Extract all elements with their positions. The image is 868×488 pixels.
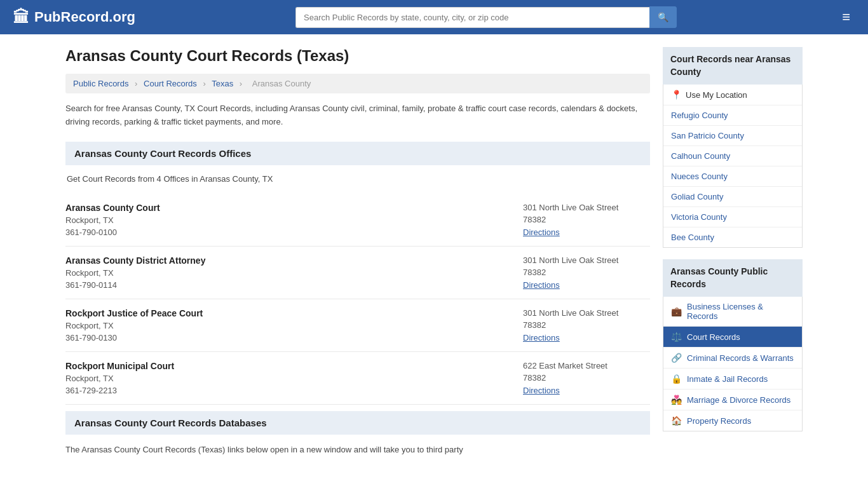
- office-zip: 78382: [523, 320, 650, 330]
- public-record-item[interactable]: ⚖️Court Records: [663, 327, 802, 348]
- office-address: 301 North Live Oak Street: [523, 203, 650, 212]
- office-address: 301 North Live Oak Street: [523, 308, 650, 318]
- office-info: Rockport Municipal Court Rockport, TX 36…: [65, 361, 174, 395]
- public-record-item[interactable]: 🏠Property Records: [663, 410, 802, 431]
- breadcrumb-sep-2: ›: [203, 79, 205, 88]
- nearby-county-item[interactable]: Calhoun County: [663, 146, 802, 166]
- location-icon: 📍: [671, 90, 682, 100]
- offices-list: Aransas County Court Rockport, TX 361-79…: [65, 194, 650, 405]
- nearby-county-item[interactable]: Victoria County: [663, 207, 802, 227]
- databases-section: Aransas County Court Records Databases T…: [65, 411, 650, 457]
- office-address: 301 North Live Oak Street: [523, 255, 650, 265]
- office-entry: Aransas County Court Rockport, TX 361-79…: [65, 194, 650, 247]
- logo-text: PubRecord.org: [34, 9, 135, 25]
- breadcrumb-sep-1: ›: [135, 79, 137, 88]
- breadcrumb: Public Records › Court Records › Texas ›…: [65, 74, 650, 93]
- office-name: Aransas County District Attorney: [65, 255, 205, 266]
- record-icon: 💼: [671, 306, 682, 316]
- search-input[interactable]: [295, 7, 649, 28]
- record-icon: 🏠: [671, 416, 682, 426]
- office-info: Aransas County District Attorney Rockpor…: [65, 255, 205, 290]
- office-entry: Rockport Municipal Court Rockport, TX 36…: [65, 352, 650, 405]
- offices-intro: Get Court Records from 4 Offices in Aran…: [65, 174, 650, 184]
- office-name: Rockport Municipal Court: [65, 361, 174, 371]
- nearby-county-item[interactable]: Goliad County: [663, 187, 802, 207]
- office-info: Rockport Justice of Peace Court Rockport…: [65, 308, 203, 342]
- record-label: Inmate & Jail Records: [687, 374, 768, 384]
- databases-description: The Aransas County Court Records (Texas)…: [65, 444, 650, 457]
- public-record-item[interactable]: 💼Business Licenses & Records: [663, 297, 802, 327]
- record-label: Business Licenses & Records: [687, 302, 794, 321]
- record-label: Court Records: [687, 332, 740, 342]
- main-content: Aransas County Court Records (Texas) Pub…: [65, 47, 650, 456]
- office-address-block: 301 North Live Oak Street 78382 Directio…: [523, 203, 650, 237]
- search-bar: 🔍: [295, 6, 677, 28]
- nearby-county-item[interactable]: Bee County: [663, 227, 802, 247]
- office-phone: 361-729-2213: [65, 386, 174, 395]
- office-entry: Aransas County District Attorney Rockpor…: [65, 247, 650, 299]
- public-record-item[interactable]: 💑Marriage & Divorce Records: [663, 390, 802, 410]
- record-icon: 🔒: [671, 374, 682, 384]
- breadcrumb-court-records[interactable]: Court Records: [144, 79, 197, 88]
- breadcrumb-aransas: Aransas County: [252, 79, 311, 88]
- office-zip: 78382: [523, 373, 650, 383]
- building-icon: 🏛: [13, 8, 29, 27]
- office-address-block: 622 East Market Street 78382 Directions: [523, 361, 650, 395]
- search-button[interactable]: 🔍: [649, 6, 677, 28]
- site-header: 🏛 PubRecord.org 🔍 ≡: [0, 0, 868, 34]
- public-records-list: 💼Business Licenses & Records⚖️Court Reco…: [663, 297, 803, 431]
- public-record-item[interactable]: 🔗Criminal Records & Warrants: [663, 348, 802, 369]
- public-records-section-header: Aransas County Public Records: [663, 259, 803, 297]
- office-zip: 78382: [523, 268, 650, 277]
- office-city: Rockport, TX: [65, 215, 160, 225]
- use-my-location[interactable]: 📍Use My Location: [663, 85, 802, 105]
- record-icon: 🔗: [671, 353, 682, 363]
- menu-button[interactable]: ≡: [837, 6, 855, 28]
- databases-section-header: Aransas County Court Records Databases: [65, 411, 650, 435]
- office-name: Aransas County Court: [65, 203, 160, 213]
- nearby-county-item[interactable]: San Patricio County: [663, 126, 802, 146]
- office-city: Rockport, TX: [65, 321, 203, 330]
- search-icon: 🔍: [658, 12, 668, 22]
- record-icon: 💑: [671, 395, 682, 405]
- use-location-label: Use My Location: [686, 90, 747, 100]
- directions-link[interactable]: Directions: [523, 227, 560, 237]
- breadcrumb-texas[interactable]: Texas: [212, 79, 233, 88]
- record-label: Property Records: [687, 416, 751, 426]
- record-label: Marriage & Divorce Records: [687, 395, 790, 405]
- record-label: Criminal Records & Warrants: [687, 353, 794, 363]
- nearby-county-item[interactable]: Refugio County: [663, 105, 802, 126]
- hamburger-icon: ≡: [842, 9, 850, 25]
- office-phone: 361-790-0130: [65, 333, 203, 342]
- breadcrumb-sep-3: ›: [240, 79, 242, 88]
- nearby-section-header: Court Records near Aransas County: [663, 47, 803, 85]
- office-info: Aransas County Court Rockport, TX 361-79…: [65, 203, 160, 237]
- office-name: Rockport Justice of Peace Court: [65, 308, 203, 318]
- office-address-block: 301 North Live Oak Street 78382 Directio…: [523, 255, 650, 290]
- sidebar: Court Records near Aransas County 📍Use M…: [663, 47, 803, 456]
- nearby-list: 📍Use My LocationRefugio CountySan Patric…: [663, 85, 803, 248]
- offices-section-header: Aransas County Court Records Offices: [65, 142, 650, 165]
- office-phone: 361-790-0100: [65, 227, 160, 237]
- office-address-block: 301 North Live Oak Street 78382 Directio…: [523, 308, 650, 342]
- office-phone: 361-790-0114: [65, 280, 205, 290]
- page-title: Aransas County Court Records (Texas): [65, 47, 650, 65]
- breadcrumb-public-records[interactable]: Public Records: [73, 79, 128, 88]
- page-description: Search for free Aransas County, TX Court…: [65, 102, 650, 129]
- office-city: Rockport, TX: [65, 268, 205, 278]
- office-zip: 78382: [523, 215, 650, 224]
- record-icon: ⚖️: [671, 332, 682, 342]
- nearby-county-item[interactable]: Nueces County: [663, 166, 802, 187]
- office-address: 622 East Market Street: [523, 361, 650, 370]
- directions-link[interactable]: Directions: [523, 333, 560, 342]
- office-entry: Rockport Justice of Peace Court Rockport…: [65, 299, 650, 352]
- directions-link[interactable]: Directions: [523, 280, 560, 290]
- main-container: Aransas County Court Records (Texas) Pub…: [53, 34, 815, 469]
- site-logo[interactable]: 🏛 PubRecord.org: [13, 8, 135, 27]
- public-record-item[interactable]: 🔒Inmate & Jail Records: [663, 369, 802, 390]
- office-city: Rockport, TX: [65, 374, 174, 383]
- directions-link[interactable]: Directions: [523, 386, 560, 395]
